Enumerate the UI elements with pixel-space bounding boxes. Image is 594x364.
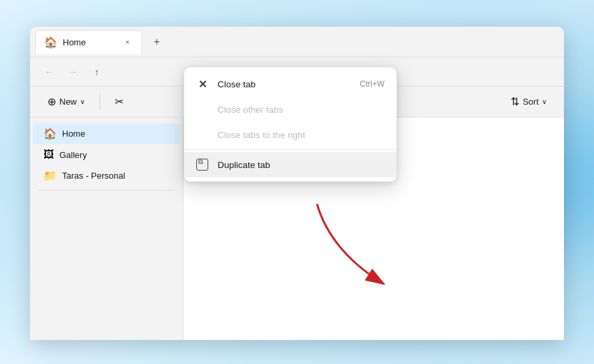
- close-tab-shortcut: Ctrl+W: [360, 79, 384, 89]
- context-menu: ✕ Close tab Ctrl+W Close other tabs Clos…: [184, 67, 397, 182]
- close-other-label: Close other tabs: [218, 105, 384, 115]
- new-chevron-icon: ∨: [80, 98, 85, 105]
- sort-label: Sort: [523, 97, 539, 107]
- sort-icon: ⇅: [511, 95, 519, 108]
- red-arrow-annotation: [304, 197, 410, 307]
- sidebar-gallery-label: Gallery: [59, 150, 87, 160]
- sidebar-item-personal[interactable]: 📁 Taras - Personal: [33, 165, 180, 186]
- sidebar-divider: [38, 190, 175, 191]
- title-bar: 🏠 Home × +: [30, 27, 564, 57]
- close-right-label: Close tabs to the right: [218, 130, 384, 140]
- duplicate-tab-menu-item[interactable]: ⧉ Duplicate tab: [184, 152, 396, 177]
- context-menu-divider: [184, 149, 396, 150]
- close-tab-menu-item[interactable]: ✕ Close tab Ctrl+W: [184, 71, 396, 97]
- sort-chevron-icon: ∨: [542, 98, 547, 105]
- forward-button[interactable]: →: [62, 61, 83, 83]
- sidebar-item-gallery[interactable]: 🖼 Gallery: [33, 145, 180, 165]
- close-tabs-right-menu-item: Close tabs to the right: [184, 122, 396, 147]
- close-right-icon: [196, 129, 208, 141]
- close-tab-label: Close tab: [218, 79, 350, 89]
- cut-icon: ✂: [115, 95, 123, 108]
- close-tab-icon: ✕: [196, 78, 208, 90]
- sidebar-item-home[interactable]: 🏠 Home: [33, 123, 180, 144]
- close-other-tabs-menu-item: Close other tabs: [184, 97, 396, 122]
- duplicate-tab-icon: ⧉: [196, 159, 208, 171]
- new-button[interactable]: ⊕ New ∨: [41, 92, 91, 111]
- personal-sidebar-icon: 📁: [43, 169, 57, 182]
- cut-button[interactable]: ✂: [108, 92, 130, 111]
- new-label: New: [59, 97, 77, 107]
- sidebar-personal-label: Taras - Personal: [62, 171, 125, 181]
- home-sidebar-icon: 🏠: [43, 127, 57, 140]
- back-button[interactable]: ←: [38, 61, 59, 83]
- tab-close-button[interactable]: ×: [121, 36, 133, 48]
- up-button[interactable]: ↑: [86, 61, 107, 83]
- active-tab[interactable]: 🏠 Home ×: [35, 30, 142, 54]
- toolbar-right: ⇅ Sort ∨: [504, 92, 553, 111]
- tab-add-button[interactable]: +: [147, 33, 166, 51]
- sidebar: 🏠 Home 🖼 Gallery 📁 Taras - Personal: [30, 117, 184, 340]
- gallery-sidebar-icon: 🖼: [43, 149, 54, 161]
- tab-home-icon: 🏠: [44, 36, 57, 49]
- toolbar-separator-1: [99, 94, 100, 110]
- tab-title: Home: [63, 37, 86, 47]
- close-other-icon: [196, 103, 208, 115]
- sort-button[interactable]: ⇅ Sort ∨: [504, 92, 553, 111]
- duplicate-tab-label: Duplicate tab: [218, 160, 384, 170]
- new-plus-icon: ⊕: [47, 95, 56, 108]
- sidebar-home-label: Home: [62, 129, 85, 139]
